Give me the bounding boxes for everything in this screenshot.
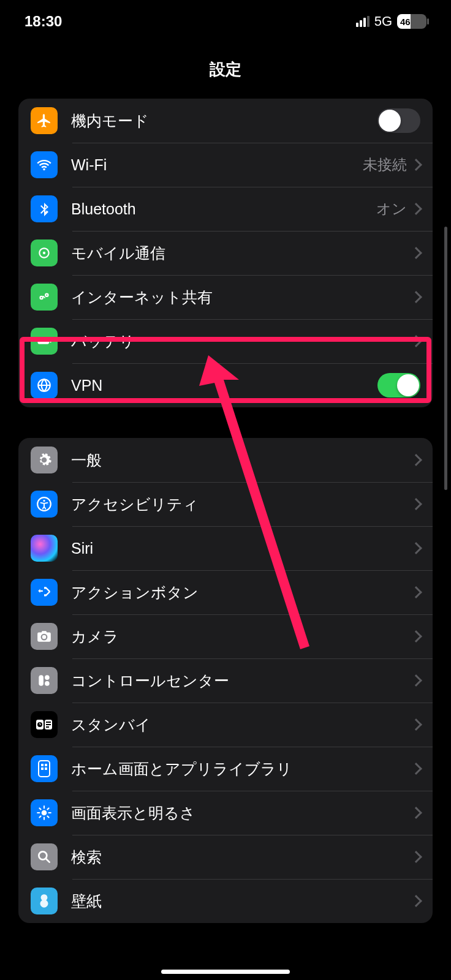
- chevron-icon: [410, 159, 422, 171]
- signal-icon: [356, 16, 370, 27]
- row-action-button[interactable]: アクションボタン: [18, 570, 433, 614]
- row-hotspot[interactable]: インターネット共有: [18, 275, 433, 319]
- airplane-icon: [31, 107, 58, 134]
- siri-icon: [31, 535, 58, 562]
- row-label: バッテリー: [71, 331, 412, 352]
- status-right: 5G 46: [356, 13, 426, 29]
- row-label: モバイル通信: [71, 243, 412, 263]
- svg-point-0: [43, 252, 45, 254]
- scroll-indicator: [444, 227, 447, 490]
- svg-rect-15: [39, 761, 50, 777]
- row-standby[interactable]: スタンバイ: [18, 703, 433, 747]
- row-label: 画面表示と明るさ: [71, 803, 412, 823]
- chevron-icon: [410, 498, 422, 510]
- row-label: Wi-Fi: [71, 156, 363, 174]
- row-label: インターネット共有: [71, 287, 412, 307]
- hotspot-icon: [31, 284, 58, 311]
- wallpaper-icon: [31, 888, 58, 914]
- svg-rect-18: [41, 767, 44, 770]
- chevron-icon: [410, 542, 422, 554]
- control-center-icon: [31, 667, 58, 694]
- svg-rect-1: [38, 338, 50, 344]
- row-label: カメラ: [71, 627, 412, 647]
- row-label: アクセシビリティ: [71, 494, 412, 514]
- row-wallpaper[interactable]: 壁紙: [18, 879, 433, 923]
- svg-rect-6: [39, 675, 44, 685]
- svg-rect-19: [45, 767, 47, 770]
- vpn-toggle[interactable]: [377, 373, 420, 398]
- chevron-icon: [410, 454, 422, 466]
- row-label: スタンバイ: [71, 715, 412, 735]
- chevron-icon: [410, 203, 422, 215]
- row-label: 機内モード: [71, 111, 377, 131]
- svg-point-20: [42, 810, 47, 816]
- page-title: 設定: [0, 43, 451, 99]
- row-value: オン: [376, 199, 407, 219]
- status-time: 18:30: [25, 13, 62, 30]
- svg-point-8: [45, 681, 50, 686]
- row-airplane-mode[interactable]: 機内モード: [18, 99, 433, 143]
- row-wifi[interactable]: Wi-Fi 未接続: [18, 143, 433, 187]
- svg-rect-16: [41, 764, 44, 766]
- home-indicator: [161, 970, 290, 974]
- vpn-icon: [31, 372, 58, 399]
- row-label: Siri: [71, 540, 412, 557]
- battery-icon: [31, 328, 58, 355]
- settings-group-connectivity: 機内モード Wi-Fi 未接続 Bluetooth オン モバイル通信: [18, 99, 433, 407]
- camera-icon: [31, 623, 58, 650]
- bluetooth-icon: [31, 195, 58, 222]
- row-label: VPN: [71, 377, 377, 394]
- row-bluetooth[interactable]: Bluetooth オン: [18, 187, 433, 231]
- row-general[interactable]: 一般: [18, 438, 433, 482]
- home-screen-icon: [31, 755, 58, 782]
- chevron-icon: [410, 674, 422, 687]
- row-cellular[interactable]: モバイル通信: [18, 231, 433, 275]
- chevron-icon: [410, 851, 422, 863]
- airplane-toggle[interactable]: [377, 108, 420, 133]
- gear-icon: [31, 447, 58, 473]
- row-value: 未接続: [363, 155, 407, 175]
- battery-percent: 46: [397, 17, 411, 27]
- row-accessibility[interactable]: アクセシビリティ: [18, 482, 433, 526]
- row-label: アクションボタン: [71, 582, 412, 603]
- accessibility-icon: [31, 491, 58, 518]
- row-home-screen[interactable]: ホーム画面とアプリライブラリ: [18, 747, 433, 791]
- chevron-icon: [410, 630, 422, 643]
- chevron-icon: [410, 247, 422, 259]
- row-siri[interactable]: Siri: [18, 526, 433, 570]
- brightness-icon: [31, 799, 58, 826]
- chevron-icon: [410, 718, 422, 731]
- svg-rect-14: [46, 726, 49, 728]
- row-camera[interactable]: カメラ: [18, 614, 433, 658]
- svg-rect-17: [45, 764, 47, 766]
- wifi-icon: [31, 151, 58, 178]
- cellular-icon: [31, 239, 58, 266]
- row-label: Bluetooth: [71, 200, 376, 218]
- chevron-icon: [410, 586, 422, 598]
- row-label: コントロールセンター: [71, 671, 412, 691]
- chevron-icon: [410, 291, 422, 303]
- row-display-brightness[interactable]: 画面表示と明るさ: [18, 791, 433, 835]
- settings-group-general: 一般 アクセシビリティ Siri アクションボタン カメ: [18, 438, 433, 923]
- battery-icon: 46: [397, 14, 426, 29]
- chevron-icon: [410, 807, 422, 819]
- svg-rect-13: [46, 724, 51, 725]
- status-bar: 18:30 5G 46: [0, 0, 451, 43]
- row-search[interactable]: 検索: [18, 835, 433, 879]
- row-battery[interactable]: バッテリー: [18, 319, 433, 363]
- svg-rect-2: [50, 340, 51, 343]
- row-vpn[interactable]: VPN: [18, 363, 433, 407]
- row-label: 一般: [71, 450, 412, 470]
- search-icon: [31, 843, 58, 870]
- chevron-icon: [410, 335, 422, 347]
- network-label: 5G: [374, 13, 392, 29]
- standby-icon: [31, 711, 58, 738]
- row-control-center[interactable]: コントロールセンター: [18, 658, 433, 703]
- row-label: 検索: [71, 847, 412, 867]
- svg-point-7: [45, 675, 50, 680]
- row-label: ホーム画面とアプリライブラリ: [71, 759, 412, 779]
- row-label: 壁紙: [71, 891, 412, 911]
- chevron-icon: [410, 895, 422, 907]
- action-button-icon: [31, 579, 58, 606]
- svg-point-5: [43, 500, 45, 502]
